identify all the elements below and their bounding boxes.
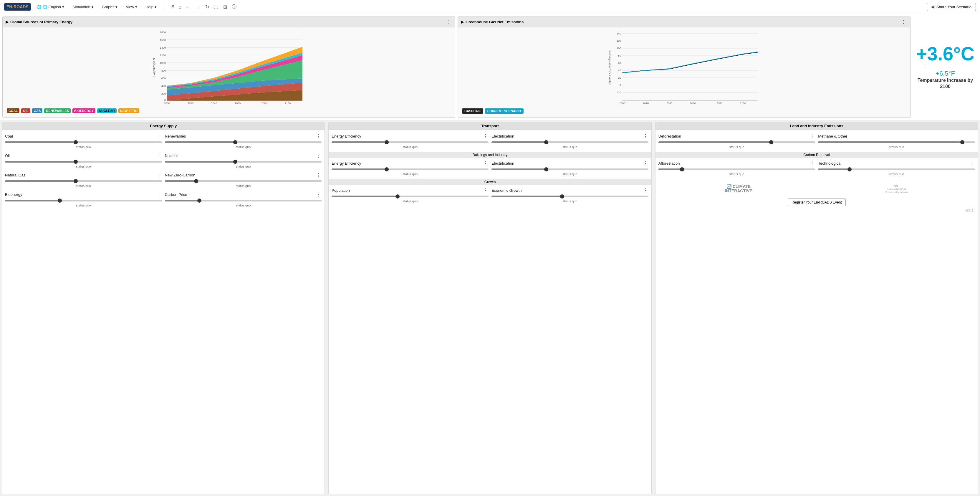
- new-zero-thumb[interactable]: [194, 179, 198, 183]
- nav-simulation[interactable]: Simulation ▾: [70, 3, 96, 10]
- renewables-slider[interactable]: [165, 140, 322, 145]
- transport-efficiency-label: Energy Efficiency: [332, 134, 361, 139]
- energy-supply-section: Energy Supply Coal ⋮ sta: [2, 122, 325, 494]
- carbon-price-thumb[interactable]: [197, 199, 201, 203]
- deforestation-slider[interactable]: [659, 140, 815, 145]
- population-menu[interactable]: ⋮: [483, 188, 488, 193]
- new-zero-status: status quo: [165, 184, 322, 188]
- buildings-electrification-slider[interactable]: [492, 167, 648, 172]
- svg-text:2020: 2020: [188, 102, 194, 105]
- transport-efficiency-slider[interactable]: [332, 140, 488, 145]
- bioenergy-thumb[interactable]: [58, 199, 62, 203]
- nav-help[interactable]: Help ▾: [143, 3, 159, 10]
- oil-thumb[interactable]: [74, 159, 78, 164]
- methane-other-menu[interactable]: ⋮: [969, 134, 975, 139]
- transport-electrification-menu[interactable]: ⋮: [643, 134, 648, 139]
- new-zero-menu-button[interactable]: ⋮: [316, 172, 321, 178]
- ghg-chart-title: ▶ Greenhouse Gas Net Emissions: [461, 20, 523, 24]
- nav-divider-1: [164, 3, 164, 11]
- logo-en: EN-: [6, 5, 14, 9]
- population-slider[interactable]: [332, 194, 488, 199]
- economic-growth-slider[interactable]: [492, 194, 648, 199]
- home-button[interactable]: ⌂: [177, 3, 183, 11]
- ghg-play-icon: ▶: [461, 20, 464, 24]
- legend-baseline: BASELINE: [462, 108, 483, 114]
- nuclear-label: Nuclear: [165, 153, 178, 158]
- methane-other-slider[interactable]: [818, 140, 975, 145]
- bioenergy-slider[interactable]: [5, 198, 162, 203]
- svg-text:600: 600: [161, 77, 166, 80]
- methane-other-label: Methane & Other: [818, 134, 847, 139]
- legend-newzero: NEW ZERO: [118, 108, 139, 113]
- share-button[interactable]: ⇉ Share Your Scenario: [927, 3, 976, 11]
- simulation-label: Simulation: [72, 5, 91, 9]
- svg-text:80: 80: [618, 54, 621, 57]
- nav-english[interactable]: 🌐 🌐 English ▾: [35, 3, 67, 10]
- nav-graphs[interactable]: Graphs ▾: [100, 3, 120, 10]
- energy-chart-menu[interactable]: ⋮: [444, 18, 452, 26]
- buildings-efficiency-label-row: Energy Efficiency ⋮: [332, 161, 488, 166]
- afforestation-slider[interactable]: [659, 167, 815, 172]
- back-button[interactable]: ←: [185, 3, 192, 11]
- transport-electrification-slider[interactable]: [492, 140, 648, 145]
- natural-gas-menu-button[interactable]: ⋮: [156, 172, 162, 178]
- chevron-down-icon-graphs: ▾: [115, 5, 118, 9]
- nuclear-thumb[interactable]: [233, 159, 237, 164]
- economic-growth-menu[interactable]: ⋮: [643, 188, 648, 193]
- nuclear-slider[interactable]: [165, 159, 322, 164]
- transport-efficiency-menu[interactable]: ⋮: [483, 134, 488, 139]
- coal-menu-button[interactable]: ⋮: [156, 134, 162, 139]
- carbon-price-status: status quo: [165, 204, 322, 207]
- svg-text:100: 100: [617, 47, 621, 50]
- svg-text:2040: 2040: [667, 102, 672, 105]
- nuclear-menu-button[interactable]: ⋮: [316, 153, 321, 158]
- energy-supply-body: Coal ⋮ status quo Renewables: [2, 130, 325, 211]
- afforestation-menu[interactable]: ⋮: [809, 161, 815, 166]
- transport-body: Energy Efficiency ⋮ status quo: [329, 130, 651, 207]
- nav-view[interactable]: View ▾: [123, 3, 140, 10]
- buildings-efficiency-menu[interactable]: ⋮: [483, 161, 488, 166]
- deforestation-menu[interactable]: ⋮: [809, 134, 815, 139]
- bioenergy-menu-button[interactable]: ⋮: [156, 192, 162, 197]
- renewables-track-left: [165, 141, 235, 143]
- new-zero-slider[interactable]: [165, 179, 322, 184]
- mit-logo: MIT MANAGEMENT Sustainability Initiative: [885, 184, 908, 194]
- coal-slider[interactable]: [5, 140, 162, 145]
- renewables-status: status quo: [165, 145, 322, 149]
- fullscreen-button[interactable]: ⛶: [212, 3, 220, 11]
- coal-thumb[interactable]: [74, 140, 78, 144]
- bioenergy-control: Bioenergy ⋮ status quo: [5, 191, 162, 209]
- carbon-removal-grid: Afforestation ⋮ status quo Te: [659, 159, 975, 178]
- refresh-button[interactable]: ↻: [204, 3, 210, 11]
- ghg-chart-menu[interactable]: ⋮: [900, 18, 907, 26]
- technological-menu[interactable]: ⋮: [969, 161, 975, 166]
- land-industry-grid: Deforestation ⋮ status quo Me: [659, 132, 975, 150]
- buildings-electrification-menu[interactable]: ⋮: [643, 161, 648, 166]
- coal-status: status quo: [5, 145, 162, 149]
- grid-button[interactable]: ⊞: [222, 3, 229, 11]
- renewables-thumb[interactable]: [233, 140, 237, 144]
- technological-slider[interactable]: [818, 167, 975, 172]
- register-button[interactable]: Register Your En-ROADS Event: [788, 199, 846, 206]
- renewables-menu-button[interactable]: ⋮: [316, 134, 321, 139]
- methane-other-label-row: Methane & Other ⋮: [818, 134, 975, 139]
- carbon-price-menu-button[interactable]: ⋮: [316, 192, 321, 197]
- carbon-price-control: Carbon Price ⋮ status quo: [165, 191, 322, 209]
- undo-button[interactable]: ↺: [169, 3, 175, 11]
- buildings-efficiency-slider[interactable]: [332, 167, 488, 172]
- oil-slider[interactable]: [5, 159, 162, 164]
- natural-gas-thumb[interactable]: [74, 179, 78, 183]
- carbon-price-label: Carbon Price: [165, 192, 187, 197]
- carbon-removal-header: Carbon Removal: [655, 152, 978, 158]
- app-header: EN-ROADS 🌐 🌐 English ▾ Simulation ▾ Grap…: [0, 0, 980, 14]
- svg-text:2020: 2020: [643, 102, 649, 105]
- forward-button[interactable]: →: [194, 3, 202, 11]
- svg-text:400: 400: [161, 85, 166, 88]
- info-button[interactable]: ⓘ: [230, 3, 238, 11]
- energy-chart-svg: Exajoules/year 1800 1600 1400 1200: [5, 29, 453, 106]
- svg-text:0: 0: [620, 84, 621, 86]
- oil-menu-button[interactable]: ⋮: [156, 153, 162, 158]
- natural-gas-slider[interactable]: [5, 179, 162, 184]
- carbon-price-slider[interactable]: [165, 198, 322, 203]
- ghg-chart-body: Gigatons CO2 equivalent/year 140 120 100: [458, 27, 910, 117]
